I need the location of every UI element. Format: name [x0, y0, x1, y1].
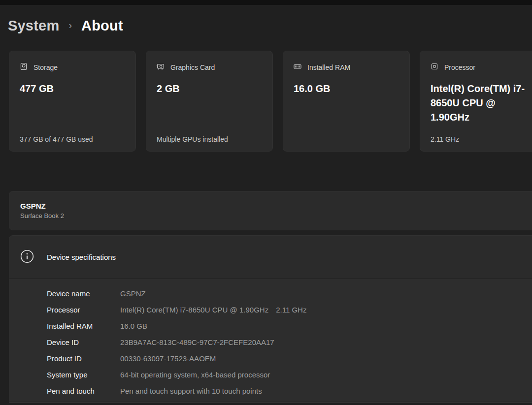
spec-value: 23B9A7AC-813C-489C-97C7-2FCEFE20AA17 — [120, 338, 274, 346]
chevron-right-icon: › — [68, 20, 72, 31]
breadcrumb-system-link[interactable]: System — [8, 18, 59, 34]
device-specifications-expander[interactable]: Device specifications — [9, 236, 532, 279]
device-model: Surface Book 2 — [20, 212, 532, 219]
cpu-chip-icon — [431, 62, 438, 72]
spec-row-processor: Processor Intel(R) Core(TM) i7-8650U CPU… — [47, 302, 532, 318]
spec-value: 00330-63097-17523-AAOEM — [120, 354, 216, 363]
next-section-edge — [9, 402, 532, 403]
spec-row-device-name: Device name GSPNZ — [47, 285, 532, 302]
spec-row-device-id: Device ID 23B9A7AC-813C-489C-97C7-2FCEFE… — [47, 334, 532, 350]
spec-label: Pen and touch — [47, 387, 120, 395]
storage-card-footer: 377 GB of 477 GB used — [20, 135, 93, 143]
device-banner: GSPNZ Surface Book 2 — [9, 191, 532, 230]
storage-card: Storage 477 GB 377 GB of 477 GB used — [9, 51, 136, 152]
graphics-card-label: Graphics Card — [170, 63, 215, 71]
window-top-edge — [0, 0, 532, 5]
info-icon — [20, 249, 34, 265]
storage-drive-icon — [20, 62, 28, 72]
device-specifications-list: Device name GSPNZ Processor Intel(R) Cor… — [9, 279, 532, 399]
spec-label: Device name — [47, 289, 120, 298]
installed-ram-card: Installed RAM 16.0 GB — [283, 51, 410, 152]
processor-card-label: Processor — [444, 63, 475, 71]
storage-card-value: 477 GB — [20, 82, 125, 96]
processor-card-footer: 2.11 GHz — [431, 135, 459, 143]
storage-card-label: Storage — [33, 63, 58, 71]
graphics-card: Graphics Card 2 GB Multiple GPUs install… — [146, 51, 273, 152]
spec-label: Product ID — [47, 354, 120, 363]
graphics-card-icon — [157, 62, 165, 72]
spec-row-product-id: Product ID 00330-63097-17523-AAOEM — [47, 350, 532, 367]
spec-label: Processor — [47, 306, 120, 314]
breadcrumb: System › About — [8, 18, 123, 34]
processor-card-value: Intel(R) Core(TM) i7-8650U CPU @ 1.90GHz — [431, 82, 532, 125]
spec-label: Installed RAM — [47, 322, 120, 330]
graphics-card-value: 2 GB — [157, 82, 262, 96]
installed-ram-card-value: 16.0 GB — [294, 82, 399, 96]
spec-value: Pen and touch support with 10 touch poin… — [120, 387, 262, 395]
spec-row-pen-and-touch: Pen and touch Pen and touch support with… — [47, 383, 532, 399]
spec-value: 16.0 GB — [120, 322, 147, 330]
spec-row-installed-ram: Installed RAM 16.0 GB — [47, 318, 532, 334]
summary-cards: Storage 477 GB 377 GB of 477 GB used Gra… — [9, 51, 532, 152]
device-specifications-panel: Device specifications Device name GSPNZ … — [9, 235, 532, 402]
spec-value: Intel(R) Core(TM) i7-8650U CPU @ 1.90GHz — [120, 306, 268, 314]
spec-row-system-type: System type 64-bit operating system, x64… — [47, 367, 532, 383]
ram-module-icon — [294, 62, 301, 72]
device-name: GSPNZ — [20, 202, 532, 210]
spec-value: GSPNZ — [120, 289, 146, 298]
device-specifications-title: Device specifications — [47, 253, 116, 261]
installed-ram-card-label: Installed RAM — [307, 63, 350, 71]
spec-label: System type — [47, 371, 120, 379]
graphics-card-footer: Multiple GPUs installed — [157, 135, 228, 143]
processor-card: Processor Intel(R) Core(TM) i7-8650U CPU… — [420, 51, 532, 152]
page-title: About — [81, 18, 123, 34]
spec-value-extra: 2.11 GHz — [276, 306, 306, 314]
spec-label: Device ID — [47, 338, 120, 346]
spec-value: 64-bit operating system, x64-based proce… — [120, 371, 270, 379]
